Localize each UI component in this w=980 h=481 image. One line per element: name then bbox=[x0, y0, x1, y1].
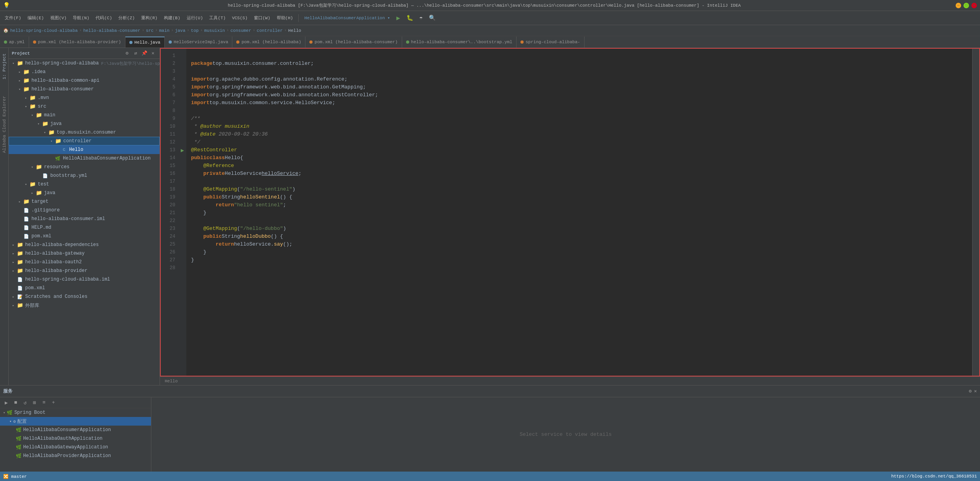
tree-item-common[interactable]: ▸ 📁 hello-alibaba-common-api bbox=[9, 76, 160, 85]
tab-pom-provider[interactable]: pom.xml (hello-alibaba-provider) bbox=[29, 37, 125, 48]
tree-item-test-java[interactable]: ▸ 📁 java bbox=[9, 189, 160, 197]
tree-item-deps[interactable]: ▸ 📁 hello-alibaba-dependencies bbox=[9, 240, 160, 249]
debug-btn[interactable]: 🐛 bbox=[404, 14, 416, 22]
services-item-provider-app[interactable]: 🌿 HelloAlibabaProviderApplication bbox=[0, 452, 151, 460]
breadcrumb-src[interactable]: src bbox=[146, 28, 154, 33]
tree-item-root-iml[interactable]: 📄 hello-spring-cloud-alibaba.iml bbox=[9, 275, 160, 284]
services-tree[interactable]: ▾ 🌿 Spring Boot ▾ ⚙ 配置 🌿 HelloAlibabaCon… bbox=[0, 408, 151, 472]
breadcrumb-hello[interactable]: Hello bbox=[288, 28, 301, 33]
menu-item-navigate[interactable]: 导航(N) bbox=[70, 14, 92, 22]
breadcrumb-consumer2[interactable]: consumer bbox=[230, 28, 251, 33]
code-editor[interactable]: 1 2 3 4 5 6 7 8 9 10 11 12 13 14 15 16 1… bbox=[160, 48, 980, 376]
services-item-config[interactable]: ▾ ⚙ 配置 bbox=[0, 417, 151, 426]
menu-item-view[interactable]: 视图(V) bbox=[48, 14, 69, 22]
menu-item-vcs[interactable]: VCS(S) bbox=[230, 15, 250, 21]
expand-icon[interactable]: ⇄ bbox=[132, 50, 139, 57]
breadcrumb-musuixin[interactable]: musuixin bbox=[204, 28, 225, 33]
pin-icon[interactable]: 📌 bbox=[141, 50, 148, 57]
menu-item-window[interactable]: 窗口(W) bbox=[252, 14, 273, 22]
group-service-btn[interactable]: ≡ bbox=[40, 399, 48, 407]
code-content[interactable]: package top.musuixin.consumer.controller… bbox=[186, 49, 972, 376]
alibaba-cloud-label[interactable]: Alibaba Cloud Explorer bbox=[1, 94, 7, 155]
menu-item-build[interactable]: 构建(B) bbox=[162, 14, 183, 22]
tab-apyml[interactable]: ap.yml bbox=[0, 37, 29, 48]
separator bbox=[298, 14, 299, 22]
status-url[interactable]: https://blog.csdn.net/qq_36618531 bbox=[891, 474, 977, 479]
restart-service-btn[interactable]: ↺ bbox=[21, 399, 29, 407]
close-btn[interactable]: ✕ bbox=[971, 3, 977, 8]
breadcrumb-consumer[interactable]: hello-alibaba-consumer bbox=[83, 28, 140, 33]
tree-item-oauth2[interactable]: ▸ 📁 hello-alibaba-oauth2 bbox=[9, 258, 160, 266]
add-service-btn[interactable]: + bbox=[50, 399, 57, 407]
tree-item-hello[interactable]: C Hello bbox=[9, 145, 160, 154]
tree-item-pom[interactable]: 📄 pom.xml bbox=[9, 232, 160, 240]
close-panel-btn[interactable]: ✕ bbox=[149, 50, 156, 57]
menu-item-refactor[interactable]: 重构(R) bbox=[139, 14, 160, 22]
coverage-btn[interactable]: ☂ bbox=[417, 14, 425, 22]
gutter-13[interactable]: ▶ bbox=[178, 146, 186, 154]
menu-item-analyze[interactable]: 分析(Z) bbox=[116, 14, 137, 22]
tree-item-target[interactable]: ▸ 📁 target bbox=[9, 197, 160, 206]
gear-icon[interactable]: ⚙ bbox=[123, 50, 131, 57]
tree-item-main[interactable]: ▾ 📁 main bbox=[9, 111, 160, 119]
tab-spring-cloud[interactable]: spring-cloud-alibaba- bbox=[517, 37, 585, 48]
tree-item-scratches[interactable]: ▸ 📝 Scratches and Consoles bbox=[9, 292, 160, 301]
maximize-btn[interactable]: □ bbox=[963, 3, 969, 8]
tree-item-iml[interactable]: 📄 hello-alibaba-consumer.iml bbox=[9, 215, 160, 223]
breadcrumb-top[interactable]: top bbox=[191, 28, 199, 33]
code-line-12: */ bbox=[191, 138, 967, 146]
tab-helloservice[interactable]: HelloServiceImpl.java bbox=[165, 37, 233, 48]
breadcrumb-project[interactable]: hello-spring-cloud-alibaba bbox=[10, 28, 78, 33]
tab-pom-alibaba[interactable]: pom.xml (hello-alibaba) bbox=[232, 37, 305, 48]
tree-item-gateway[interactable]: ▸ 📁 hello-alibaba-gateway bbox=[9, 249, 160, 258]
minimize-btn[interactable]: — bbox=[956, 3, 961, 8]
services-item-consumer-app[interactable]: 🌿 HelloAlibabaConsumerApplication bbox=[0, 426, 151, 434]
tab-bootstrap[interactable]: hello-alibaba-consumer\..\bootstrap.yml bbox=[402, 37, 517, 48]
breadcrumb-java[interactable]: java bbox=[175, 28, 185, 33]
menu-item-run[interactable]: 运行(U) bbox=[184, 14, 206, 22]
tree-item-root-pom[interactable]: 📄 pom.xml bbox=[9, 284, 160, 292]
stop-service-btn[interactable]: ■ bbox=[12, 399, 20, 407]
spring-small-icon: 🌿 bbox=[16, 453, 22, 459]
tree-item-src[interactable]: ▾ 📁 src bbox=[9, 102, 160, 111]
tab-label: spring-cloud-alibaba- bbox=[526, 40, 580, 44]
project-panel-label[interactable]: 1: Project bbox=[1, 51, 7, 82]
menu-item-file[interactable]: 文件(F) bbox=[2, 14, 24, 22]
tab-pom-consumer[interactable]: pom.xml (hello-alibaba-consumer) bbox=[305, 37, 402, 48]
filter-service-btn[interactable]: ⊞ bbox=[31, 399, 39, 407]
services-settings-icon[interactable]: ⚙ bbox=[969, 388, 972, 394]
tree-item-help[interactable]: 📄 HELP.md bbox=[9, 223, 160, 232]
tree-item-java[interactable]: ▾ 📁 java bbox=[9, 119, 160, 128]
tree-item-bootstrap[interactable]: 📄 bootstrap.yml bbox=[9, 171, 160, 180]
tree-item-external[interactable]: ▸ 📁 外部库 bbox=[9, 301, 160, 310]
menu-item-edit[interactable]: 编辑(E) bbox=[25, 14, 46, 22]
project-tree[interactable]: ▾ 📁 hello-spring-cloud-alibaba F:\Java包架… bbox=[9, 59, 160, 385]
tree-item-controller[interactable]: ▾ 📁 controller bbox=[9, 137, 160, 145]
menu-item-code[interactable]: 代码(C) bbox=[93, 14, 114, 22]
breadcrumb-main[interactable]: main bbox=[159, 28, 169, 33]
tree-item-provider[interactable]: ▸ 📁 hello-alibaba-provider bbox=[9, 266, 160, 275]
tree-item-idea[interactable]: ▸ 📁 .idea bbox=[9, 68, 160, 76]
tree-item-consumer[interactable]: ▾ 📁 hello-alibaba-consumer bbox=[9, 85, 160, 94]
search-everywhere-btn[interactable]: 🔍 bbox=[427, 14, 438, 22]
tree-item-package[interactable]: ▾ 📁 top.musuixin.consumer bbox=[9, 128, 160, 137]
services-item-oauth-app[interactable]: 🌿 HelloAlibabaOauthApplication bbox=[0, 434, 151, 443]
tree-item-app[interactable]: 🌿 HelloAlibabaConsumerApplication bbox=[9, 154, 160, 163]
line-num-9: 9 bbox=[161, 115, 175, 123]
services-item-gateway-app[interactable]: 🌿 HelloAlibabaGatewayApplication bbox=[0, 443, 151, 452]
tree-item-mvn[interactable]: ▸ 📁 .mvn bbox=[9, 94, 160, 102]
tree-item-root[interactable]: ▾ 📁 hello-spring-cloud-alibaba F:\Java包架… bbox=[9, 59, 160, 68]
breadcrumb-controller[interactable]: controller bbox=[257, 28, 283, 33]
tab-hello-java[interactable]: Hello.java bbox=[125, 37, 165, 48]
run-service-btn[interactable]: ▶ bbox=[2, 399, 10, 407]
menu-item-help[interactable]: 帮助(H) bbox=[274, 14, 296, 22]
services-item-springboot[interactable]: ▾ 🌿 Spring Boot bbox=[0, 408, 151, 417]
tree-item-gitignore[interactable]: 📄 .gitignore bbox=[9, 206, 160, 215]
services-close-icon[interactable]: ✕ bbox=[974, 388, 977, 394]
breadcrumb-root[interactable]: 🏠 bbox=[3, 28, 9, 33]
run-btn[interactable]: ▶ bbox=[394, 13, 403, 23]
tree-item-test[interactable]: ▾ 📁 test bbox=[9, 180, 160, 189]
tree-item-resources[interactable]: ▾ 📁 resources bbox=[9, 163, 160, 171]
project-selector[interactable]: HelloAlibabaConsumerApplication ▾ bbox=[302, 15, 392, 21]
menu-item-tools[interactable]: 工具(T) bbox=[207, 14, 228, 22]
